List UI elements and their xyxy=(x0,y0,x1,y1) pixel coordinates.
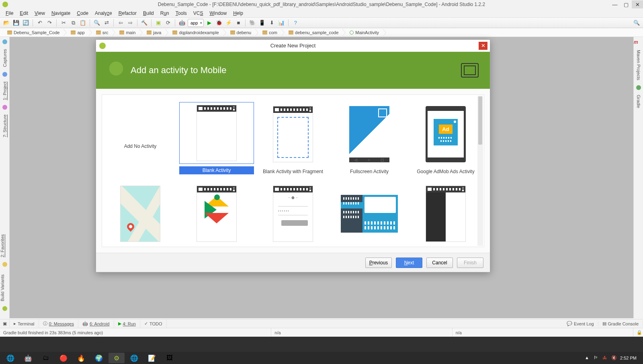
replace-icon[interactable]: ⇄ xyxy=(102,19,111,27)
menu-window[interactable]: Window xyxy=(206,9,230,18)
menu-navigate[interactable]: Navigate xyxy=(48,9,74,18)
activity-add-no-activity[interactable]: Add No Activity xyxy=(102,95,178,174)
previous-button[interactable]: Previous xyxy=(365,258,392,268)
crumb-item[interactable]: debenu_sample_code xyxy=(281,28,342,37)
tab-todo[interactable]: ✓ TODO xyxy=(140,319,167,328)
side-tab-project[interactable]: 1: Project xyxy=(2,82,7,100)
activity-admob[interactable]: Ad Google AdMob Ads Activity xyxy=(408,95,484,174)
crumb-item[interactable]: app xyxy=(63,28,88,37)
taskbar-images-icon[interactable]: 🖼 xyxy=(162,353,178,363)
dialog-close-button[interactable]: ✕ xyxy=(479,42,487,50)
activity-master-detail[interactable] xyxy=(331,174,408,247)
project-icon[interactable] xyxy=(2,72,7,77)
activity-login[interactable]: ～ ⬤ ～•••••• xyxy=(255,174,331,247)
crumb-item[interactable]: src xyxy=(89,28,113,37)
tab-eventlog[interactable]: 💬 Event Log xyxy=(563,321,598,326)
run-config-dropdown[interactable]: app xyxy=(188,19,204,27)
cut-icon[interactable]: ✂ xyxy=(59,19,68,27)
menu-view[interactable]: View xyxy=(31,9,48,18)
attach-icon[interactable]: ⚡ xyxy=(225,19,233,27)
menu-code[interactable]: Code xyxy=(74,9,92,18)
back-icon[interactable]: ⇦ xyxy=(117,19,125,27)
copy-icon[interactable]: ⧉ xyxy=(69,19,77,27)
forward-icon[interactable]: ⇨ xyxy=(126,19,134,27)
camera-icon[interactable] xyxy=(2,39,7,44)
help-icon[interactable]: ? xyxy=(291,19,299,27)
tray-time[interactable]: 2:52 PM xyxy=(620,356,637,360)
sync-project-icon[interactable]: 🐘 xyxy=(248,19,256,27)
star-icon[interactable] xyxy=(2,262,7,267)
open-icon[interactable]: 📂 xyxy=(2,19,10,27)
sdk-manager-icon[interactable]: ⬇ xyxy=(268,19,276,27)
paste-icon[interactable]: 📋 xyxy=(79,19,87,27)
tab-android[interactable]: 🤖 6: Android xyxy=(78,319,114,328)
activity-nav-drawer[interactable] xyxy=(408,174,484,247)
taskbar-androidstudio-icon[interactable]: ⚙ xyxy=(109,353,125,363)
lock-icon[interactable]: 🔒 xyxy=(633,328,640,337)
menu-run[interactable]: Run xyxy=(157,9,172,18)
tab-run[interactable]: ▶ 4: Run xyxy=(114,319,140,328)
menu-vcs[interactable]: VCS xyxy=(190,9,207,18)
side-tab-maven[interactable]: Maven Projects xyxy=(636,50,641,80)
crumb-item[interactable]: debenu xyxy=(223,28,256,37)
maven-icon[interactable]: m xyxy=(634,39,643,45)
menu-analyze[interactable]: Analyze xyxy=(92,9,115,18)
side-tab-buildvariants[interactable]: Build Variants xyxy=(0,274,5,301)
taskbar-app2-icon[interactable]: 🌍 xyxy=(91,353,107,363)
crumb-item[interactable]: Debenu_Sample_Code xyxy=(0,28,63,37)
save-icon[interactable]: 💾 xyxy=(12,19,20,27)
taskbar-notes-icon[interactable]: 📝 xyxy=(144,353,160,363)
taskbar-android-icon[interactable]: 🤖 xyxy=(20,353,36,363)
next-button[interactable]: Next xyxy=(396,258,422,268)
side-tab-captures[interactable]: Captures xyxy=(2,49,7,67)
menu-build[interactable]: Build xyxy=(140,9,157,18)
activity-blank-fragment[interactable]: Blank Activity with Fragment xyxy=(255,95,331,174)
side-tab-structure[interactable]: 7: Structure xyxy=(2,115,7,137)
find-icon[interactable]: 🔍 xyxy=(93,19,101,27)
close-button[interactable]: ✕ xyxy=(632,0,643,8)
bottom-corner-icon[interactable]: ▣ xyxy=(0,319,10,328)
side-tab-favorites[interactable]: 2: Favorites xyxy=(0,234,5,257)
taskbar-ie-icon[interactable]: 🌐 xyxy=(2,353,18,363)
activity-blank[interactable]: Blank Activity xyxy=(178,95,255,174)
activity-play-services[interactable] xyxy=(178,174,255,247)
tab-terminal[interactable]: ▸ Terminal xyxy=(10,319,39,328)
tab-messages[interactable]: ⓘ 0: Messages xyxy=(39,319,78,328)
crumb-item[interactable]: com xyxy=(255,28,281,37)
activity-google-maps[interactable] xyxy=(102,174,178,247)
tray-sound-icon[interactable]: 🔇 xyxy=(611,355,617,361)
cancel-button[interactable]: Cancel xyxy=(426,258,453,268)
avd-manager-icon[interactable]: ▣ xyxy=(154,19,162,27)
grid-scrollbar[interactable] xyxy=(477,96,483,246)
android-icon[interactable] xyxy=(2,306,7,311)
sync-icon[interactable]: 🔄 xyxy=(22,19,30,27)
menu-file[interactable]: File xyxy=(2,9,16,18)
tray-flag-icon[interactable]: 🏳 xyxy=(594,355,599,361)
android-icon[interactable]: 🤖 xyxy=(178,19,186,27)
tray-up-icon[interactable]: ▲ xyxy=(585,355,590,361)
taskbar-app-icon[interactable]: 🔥 xyxy=(73,353,89,363)
run-icon[interactable]: ▶ xyxy=(205,19,213,27)
taskbar-chrome-icon[interactable]: 🔴 xyxy=(55,353,72,363)
taskbar-app3-icon[interactable]: 🌐 xyxy=(126,353,142,363)
crumb-item[interactable]: MainActivity xyxy=(342,28,383,37)
crumb-item[interactable]: dqplandroidexample xyxy=(165,28,223,37)
menu-refactor[interactable]: Refactor xyxy=(115,9,140,18)
gradle-icon[interactable] xyxy=(636,85,641,90)
taskbar-explorer-icon[interactable]: 🗂 xyxy=(38,353,54,363)
tab-gradleconsole[interactable]: ▤ Gradle Console xyxy=(598,321,643,326)
undo-icon[interactable]: ↶ xyxy=(36,19,44,27)
menu-edit[interactable]: Edit xyxy=(16,9,31,18)
crumb-item[interactable]: java xyxy=(139,28,165,37)
menu-tools[interactable]: Tools xyxy=(172,9,190,18)
activity-fullscreen[interactable]: ◁○▢ Fullscreen Activity xyxy=(331,95,408,174)
structure-icon[interactable] xyxy=(2,105,7,110)
sync-gradle-icon[interactable]: ⟳ xyxy=(164,19,172,27)
stop-icon[interactable]: ■ xyxy=(234,19,242,27)
minimize-button[interactable]: — xyxy=(609,0,620,8)
crumb-item[interactable]: main xyxy=(112,28,139,37)
search-everywhere-icon[interactable]: 🔍 xyxy=(633,19,641,27)
tray-network-icon[interactable]: 🖧 xyxy=(602,355,608,361)
avd-icon[interactable]: 📱 xyxy=(258,19,266,27)
make-icon[interactable]: 🔨 xyxy=(140,19,148,27)
